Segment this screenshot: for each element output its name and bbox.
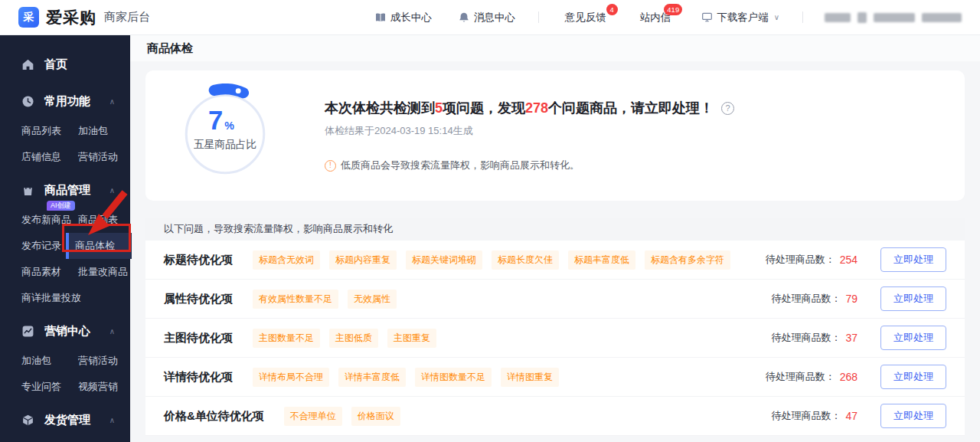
sidebar-link-product-health-check[interactable]: 商品体检 — [66, 233, 132, 259]
chart-icon — [21, 325, 34, 338]
issue-tag: 详情布局不合理 — [253, 368, 329, 387]
issue-tag: 标题关键词堆砌 — [406, 250, 482, 270]
chevron-up-icon: ∧ — [109, 97, 115, 106]
issue-row-title: 标题待优化项 标题含无效词 标题内容重复 标题关键词堆砌 标题长度欠佳 标题丰富… — [145, 241, 965, 280]
sidebar-link-fuel-pack-2[interactable]: 加油包 — [21, 348, 78, 374]
sidebar-item-label: 发布新商品 — [21, 214, 71, 225]
nav-message-center[interactable]: 消息中心 — [458, 11, 515, 25]
top-nav: 成长中心 消息中心 意见反馈 4 站内信 419 下载客户端 ∨ — [348, 11, 962, 25]
chevron-up-icon: ∧ — [109, 327, 115, 336]
brand-name: 爱采购 — [46, 7, 96, 28]
issue-tag: 详情丰富度低 — [338, 368, 406, 387]
mail-count-badge: 419 — [664, 4, 682, 15]
pending-count: 254 — [840, 254, 858, 266]
issue-row-attributes: 属性待优化项 有效属性数量不足 无效属性 待处理商品数： 79 立即处理 — [145, 280, 965, 319]
sidebar-link-trade-medal[interactable]: 交易勋章 — [21, 437, 78, 442]
issue-tag: 标题含有多余字符 — [645, 250, 730, 270]
sidebar-section-marketing-center[interactable]: 营销中心 ∧ — [0, 314, 130, 348]
sidebar-link-detail-batch-launch[interactable]: 商详批量投放 — [21, 285, 78, 311]
nav-divider — [538, 11, 539, 23]
issue-tag: 有效属性数量不足 — [253, 290, 338, 309]
sidebar-section-shipping-mgmt[interactable]: 发货管理 ∧ — [0, 403, 130, 437]
pending-count: 268 — [840, 371, 858, 383]
sidebar-link-product-assets[interactable]: 商品素材 — [21, 259, 78, 285]
handle-now-button[interactable]: 立即处理 — [880, 247, 946, 272]
main-content: 商品体检 7% 五星商品占比 本次体检共检测到 5 项问题，发现 278 个问题… — [130, 35, 980, 442]
issue-type-count: 5 — [435, 100, 443, 116]
sidebar-links: AI创建 发布新商品 商品列表 发布记录 商品体检 商品素材 批量改商品 商详批… — [0, 207, 130, 311]
report-generated-time: 体检结果于2024-03-19 15:14生成 — [325, 124, 734, 138]
low-quality-warning: ! 低质商品会导致搜索流量降权，影响商品展示和转化。 — [325, 159, 734, 172]
sidebar-section-label: 营销中心 — [44, 324, 90, 339]
nav-feedback[interactable]: 意见反馈 4 — [565, 11, 606, 25]
sidebar-link-marketing-activity[interactable]: 营销活动 — [78, 144, 130, 170]
sidebar-link-publish-new-product[interactable]: AI创建 发布新商品 — [21, 207, 78, 233]
redacted-text-block — [858, 12, 867, 23]
problem-product-count: 278 — [525, 100, 548, 116]
nav-label: 下载客户端 — [717, 11, 769, 25]
health-headline: 本次体检共检测到 5 项问题，发现 278 个问题商品，请立即处理！ ? — [325, 99, 734, 117]
sidebar-item-home[interactable]: 首页 — [0, 47, 130, 81]
sidebar-link-professional-qa[interactable]: 专业问答 — [21, 374, 78, 400]
sidebar: 首页 常用功能 ∧ 商品列表 加油包 店铺信息 营销活动 商品管理 ∧ AI创建… — [0, 35, 130, 442]
issue-tag: 标题长度欠佳 — [492, 250, 559, 270]
ai-create-badge: AI创建 — [47, 201, 75, 211]
issue-tags: 有效属性数量不足 无效属性 — [253, 290, 397, 309]
book-icon — [374, 11, 387, 24]
chevron-up-icon: ∧ — [109, 186, 115, 195]
handle-now-button[interactable]: 立即处理 — [880, 365, 946, 389]
issue-tags: 详情布局不合理 详情丰富度低 详情图数量不足 详情图重复 — [253, 368, 559, 387]
sidebar-link-video-marketing[interactable]: 视频营销 — [78, 374, 130, 400]
sidebar-section-frequent[interactable]: 常用功能 ∧ — [0, 84, 130, 118]
sidebar-item-label: 首页 — [44, 57, 67, 72]
issue-tag: 价格面议 — [351, 407, 400, 426]
brand-logo[interactable]: 采 爱采购 商家后台 — [18, 7, 150, 28]
issue-tag: 主图数量不足 — [253, 329, 320, 348]
sidebar-link-marketing-activity-2[interactable]: 营销活动 — [78, 348, 130, 374]
redacted-text-block — [825, 13, 851, 22]
sidebar-link-shop-info[interactable]: 店铺信息 — [21, 144, 78, 170]
clock-icon — [21, 95, 34, 108]
redacted-text-block — [874, 13, 915, 22]
health-summary-card: 7% 五星商品占比 本次体检共检测到 5 项问题，发现 278 个问题商品，请立… — [145, 70, 965, 201]
brand-suffix: 商家后台 — [104, 10, 150, 25]
box-icon — [21, 414, 34, 427]
nav-site-mail[interactable]: 站内信 419 — [640, 11, 671, 25]
warning-icon: ! — [325, 160, 336, 172]
handle-now-button[interactable]: 立即处理 — [880, 286, 946, 311]
sidebar-link-batch-edit-products[interactable]: 批量改商品 — [78, 259, 132, 285]
nav-label: 意见反馈 — [565, 11, 606, 25]
issue-row-main-image: 主图待优化项 主图数量不足 主图低质 主图重复 待处理商品数： 37 立即处理 — [145, 319, 965, 358]
help-icon[interactable]: ? — [721, 102, 734, 115]
bag-icon — [21, 184, 34, 197]
nav-label: 成长中心 — [390, 11, 432, 25]
sidebar-link-product-list-2[interactable]: 商品列表 — [78, 207, 132, 233]
sidebar-link-fuel-pack[interactable]: 加油包 — [78, 118, 130, 144]
issue-tags: 主图数量不足 主图低质 主图重复 — [253, 329, 436, 348]
handle-now-button[interactable]: 立即处理 — [880, 404, 946, 428]
issue-title: 标题待优化项 — [164, 253, 233, 267]
pending-count-label: 待处理商品数： — [766, 253, 835, 267]
sidebar-link-product-list[interactable]: 商品列表 — [21, 118, 78, 144]
chevron-down-icon: ∨ — [774, 13, 779, 21]
nav-growth-center[interactable]: 成长中心 — [374, 11, 432, 25]
sidebar-section-label: 发货管理 — [44, 413, 90, 427]
issue-tag: 详情图重复 — [501, 368, 559, 387]
pending-count: 79 — [845, 293, 858, 305]
issue-row-detail: 详情待优化项 详情布局不合理 详情丰富度低 详情图数量不足 详情图重复 待处理商… — [145, 358, 965, 397]
handle-now-button[interactable]: 立即处理 — [880, 326, 946, 350]
chevron-up-icon: ∧ — [109, 416, 115, 424]
pending-count: 47 — [845, 410, 858, 422]
issue-tags: 标题含无效词 标题内容重复 标题关键词堆砌 标题长度欠佳 标题丰富度低 标题含有… — [253, 250, 730, 270]
pending-count-label: 待处理商品数： — [771, 409, 841, 423]
sidebar-links: 商品列表 加油包 店铺信息 营销活动 — [0, 118, 130, 170]
issue-tag: 主图低质 — [329, 329, 378, 348]
pending-count-label: 待处理商品数： — [771, 331, 841, 345]
issue-title: 主图待优化项 — [164, 331, 233, 345]
issue-row-price-unit: 价格&单位待优化项 不合理单位 价格面议 待处理商品数： 47 立即处理 — [145, 397, 965, 436]
pending-count-label: 待处理商品数： — [766, 370, 835, 384]
sidebar-link-logistics-mgmt[interactable]: 物流管理 — [78, 437, 130, 442]
user-account-redacted[interactable] — [825, 12, 962, 23]
issue-title: 属性待优化项 — [164, 292, 233, 306]
nav-download-client[interactable]: 下载客户端 ∨ — [701, 11, 779, 25]
